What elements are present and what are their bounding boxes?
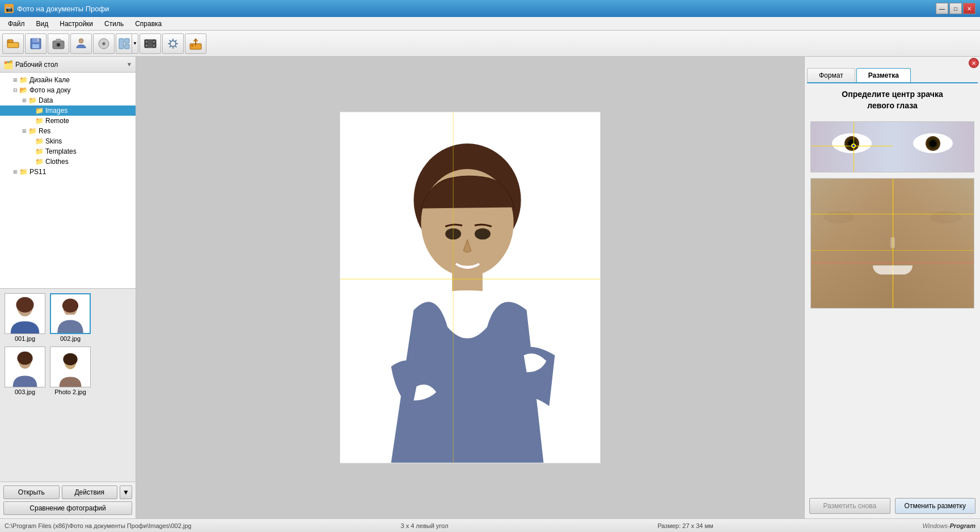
minimize-button[interactable]: —	[936, 3, 948, 14]
tree-item-images[interactable]: 📁 Images	[0, 105, 136, 116]
expand-icon[interactable]: ⊞	[20, 127, 28, 135]
folder-icon: 📁	[28, 127, 37, 135]
tree-item-photo-docs[interactable]: ⊟ 📂 Фото на доку	[0, 85, 136, 95]
close-button[interactable]: ✕	[963, 3, 975, 14]
expand-icon	[27, 107, 35, 115]
expand-icon[interactable]: ⊞	[20, 96, 28, 104]
tree-label: Data	[39, 96, 53, 104]
expand-icon[interactable]: ⊞	[11, 76, 19, 84]
folder-selector-arrow[interactable]: ▼	[126, 61, 132, 67]
tree-item-data[interactable]: ⊞ 📁 Data	[0, 95, 136, 105]
tree-label: Skins	[45, 137, 62, 145]
menu-view[interactable]: Вид	[31, 19, 54, 29]
expand-icon[interactable]: ⊞	[11, 168, 19, 176]
tree-label: Clothes	[45, 158, 69, 166]
folder-selector-label: Рабочий стол	[15, 61, 124, 69]
toolbar-export-button[interactable]	[185, 33, 206, 54]
menu-file[interactable]: Файл	[2, 19, 31, 29]
expand-icon[interactable]: ⊟	[11, 86, 19, 94]
folder-icon: 📁	[28, 96, 37, 104]
toolbar-save-button[interactable]	[25, 33, 47, 54]
face-horizontal-line-3	[811, 263, 974, 263]
menu-bar: Файл Вид Настройки Стиль Справка	[0, 17, 980, 31]
eye-zoom-container	[810, 121, 974, 172]
tree-item-remote[interactable]: 📁 Remote	[0, 116, 136, 126]
close-icon: ✕	[971, 60, 976, 66]
svg-point-39	[63, 353, 77, 365]
menu-style[interactable]: Стиль	[99, 19, 129, 29]
thumb-label-003: 003.jpg	[15, 389, 35, 395]
svg-rect-21	[153, 45, 155, 47]
face-right	[893, 179, 974, 308]
eye-right-section	[893, 122, 974, 172]
svg-rect-22	[148, 40, 153, 48]
thumb-image-002	[50, 293, 91, 334]
svg-rect-4	[37, 39, 39, 41]
toolbar-open-button[interactable]	[2, 33, 24, 54]
actions-button[interactable]: Действия	[62, 485, 118, 499]
main-photo	[340, 112, 601, 463]
status-bar: C:\Program Files (x86)\Фото на документы…	[0, 518, 980, 532]
svg-point-36	[17, 352, 32, 365]
panel-close-button[interactable]: ✕	[969, 58, 979, 68]
toolbar-process-button[interactable]	[162, 33, 184, 54]
right-panel-close-area: ✕	[805, 57, 980, 68]
maximize-button[interactable]: □	[949, 3, 962, 14]
menu-settings[interactable]: Настройки	[54, 19, 99, 29]
folder-icon: 📁	[35, 147, 44, 155]
main-photo-svg	[340, 112, 600, 463]
thumbnail-001[interactable]: 001.jpg	[5, 293, 45, 342]
compare-button[interactable]: Сравнение фотографий	[3, 501, 132, 515]
svg-point-23	[170, 41, 176, 47]
svg-rect-18	[146, 41, 147, 43]
crosshair-dot	[851, 143, 856, 148]
tab-format[interactable]: Формат	[807, 68, 855, 82]
panel-title: Определите центр зрачкалевого глаза	[810, 89, 974, 111]
thumbnail-photo2[interactable]: Photo 2.jpg	[50, 347, 91, 395]
expand-icon	[27, 158, 35, 166]
toolbar: ▼	[0, 31, 980, 57]
folder-icon: 📂	[19, 86, 28, 94]
thumb-image-001	[5, 293, 45, 334]
expand-icon	[27, 137, 35, 145]
folder-selector[interactable]: 🗂️ Рабочий стол ▼	[0, 57, 136, 73]
tree-item-design[interactable]: ⊞ 📁 Дизайн Кале	[0, 75, 136, 85]
tab-markup[interactable]: Разметка	[856, 68, 911, 82]
actions-dropdown-button[interactable]: ▼	[120, 485, 132, 499]
toolbar-layout-split-button[interactable]: ▼	[116, 33, 138, 54]
cancel-markup-button[interactable]: Отменить разметку	[895, 498, 976, 514]
thumbnail-002[interactable]: 002.jpg	[50, 293, 91, 342]
face-horizontal-line-1	[811, 214, 974, 214]
svg-rect-33	[65, 315, 76, 318]
tree-view[interactable]: ⊞ 📁 Дизайн Кале ⊟ 📂 Фото на доку ⊞ 📁 Dat…	[0, 73, 136, 289]
btn-row-bottom: Сравнение фотографий	[3, 501, 132, 515]
thumb-label-001: 001.jpg	[15, 335, 35, 342]
status-size: Размер: 27 x 34 мм	[657, 522, 713, 529]
eye-crosshair	[811, 122, 893, 172]
folder-icon: 📁	[35, 117, 44, 125]
toolbar-layout-dropdown[interactable]: ▼	[132, 33, 138, 54]
panel-buttons: Разметить снова Отменить разметку	[805, 493, 980, 518]
toolbar-layout-button[interactable]	[116, 33, 132, 54]
expand-icon	[27, 117, 35, 125]
tree-item-skins[interactable]: 📁 Skins	[0, 136, 136, 146]
tree-item-res[interactable]: ⊞ 📁 Res	[0, 126, 136, 136]
toolbar-camera-button[interactable]	[48, 33, 69, 54]
open-button[interactable]: Открыть	[3, 485, 60, 499]
tree-item-templates[interactable]: 📁 Templates	[0, 146, 136, 157]
toolbar-person-button[interactable]	[70, 33, 92, 54]
face-render	[811, 179, 974, 308]
title-bar: 📷 Фото на документы Профи — □ ✕	[0, 0, 980, 17]
toolbar-film-button[interactable]	[140, 33, 161, 54]
tree-item-clothes[interactable]: 📁 Clothes	[0, 157, 136, 167]
app-title: Фото на документы Профи	[17, 5, 109, 13]
thumbnail-003[interactable]: 003.jpg	[5, 347, 45, 395]
center-area	[136, 57, 804, 518]
thumb-image-photo2	[50, 347, 91, 387]
redo-markup-button[interactable]: Разметить снова	[809, 498, 890, 514]
left-panel: 🗂️ Рабочий стол ▼ ⊞ 📁 Дизайн Кале ⊟ 📂 Фо…	[0, 57, 136, 518]
tree-item-ps11[interactable]: ⊞ 📁 PS11	[0, 167, 136, 177]
panel-tabs: Формат Разметка	[807, 68, 978, 83]
menu-help[interactable]: Справка	[129, 19, 167, 29]
toolbar-disk-button[interactable]	[93, 33, 115, 54]
